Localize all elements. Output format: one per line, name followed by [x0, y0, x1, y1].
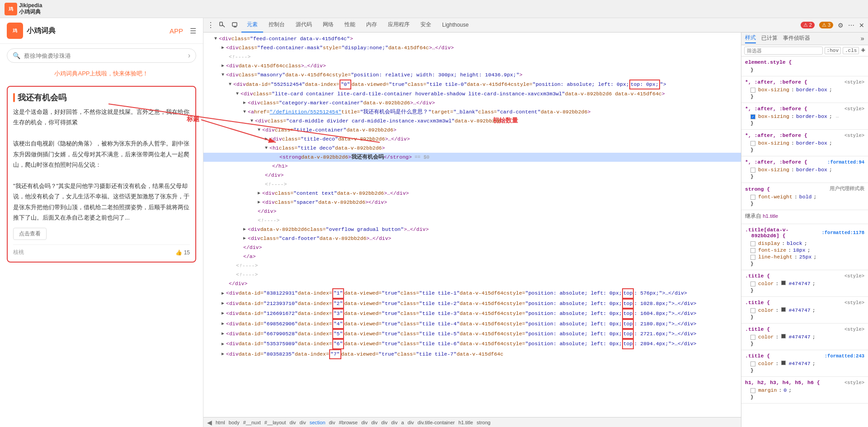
breadcrumb-title-container[interactable]: div.title-container — [416, 420, 457, 425]
prop-checkbox[interactable] — [750, 241, 755, 246]
tab-security[interactable]: 安全 — [415, 18, 437, 33]
collapse-arrow[interactable]: ▼ — [250, 117, 253, 125]
expand-arrow[interactable]: ▶ — [243, 99, 246, 107]
prop-checkbox[interactable] — [750, 248, 755, 253]
expand-arrow[interactable]: ▶ — [222, 341, 224, 348]
html-line-selected[interactable]: <strong data-v-892bb2d6 > 我还有机会吗 </stron… — [203, 153, 741, 162]
collapse-arrow[interactable]: ▼ — [214, 35, 217, 42]
breadcrumb-body[interactable]: body — [227, 420, 241, 425]
breadcrumb-nuxt[interactable]: #__nuxt — [241, 420, 263, 425]
prop-checkbox[interactable] — [750, 141, 755, 146]
expand-arrow[interactable]: ▶ — [243, 226, 246, 233]
html-line[interactable]: ▼ <a href="/definition/552512454" title=… — [203, 108, 741, 117]
tab-network[interactable]: 网络 — [317, 18, 339, 33]
tab-application[interactable]: 应用程序 — [382, 18, 415, 33]
tab-cursor[interactable] — [216, 18, 229, 33]
search-submit-button[interactable]: › — [188, 52, 190, 60]
breadcrumb-div7[interactable]: div — [389, 420, 399, 425]
html-line[interactable]: ▶ <div data-id="698562906" data-index="4… — [203, 319, 741, 329]
tab-lighthouse[interactable]: Lighthouse — [437, 18, 474, 33]
collapse-arrow[interactable]: ▼ — [222, 71, 224, 79]
breadcrumb-strong[interactable]: strong — [475, 420, 492, 425]
expand-arrow[interactable]: ▶ — [222, 330, 224, 338]
breadcrumb-a[interactable]: a — [399, 420, 406, 425]
prop-checkbox[interactable] — [750, 361, 755, 366]
prop-checkbox[interactable] — [750, 168, 755, 173]
styles-filter-input[interactable] — [744, 47, 823, 55]
expand-arrow[interactable]: ▶ — [258, 199, 260, 206]
prop-checkbox[interactable] — [750, 88, 755, 93]
prop-checkbox[interactable] — [750, 195, 755, 200]
breadcrumb-html[interactable]: html — [214, 420, 227, 425]
settings-button[interactable]: ⚙ — [838, 22, 844, 29]
html-line[interactable]: <!----> — [203, 261, 741, 270]
breadcrumb-h1[interactable]: h1.title — [457, 420, 475, 425]
prop-checkbox[interactable] — [750, 255, 755, 260]
html-line[interactable]: </div> — [203, 171, 741, 180]
html-line[interactable]: ▶ <div data-id="80358235" data-index="7"… — [203, 349, 741, 359]
expand-arrow[interactable]: ▶ — [222, 320, 224, 328]
styles-source[interactable]: <style> — [844, 106, 864, 112]
styles-tab-computed[interactable]: 已计算 — [761, 34, 778, 43]
html-line[interactable]: </div> — [203, 207, 741, 216]
breadcrumb-div3[interactable]: div — [327, 420, 337, 425]
breadcrumb-div1[interactable]: div — [288, 420, 298, 425]
html-line[interactable]: ▶ <div class="content text" data-v-892bb… — [203, 189, 741, 198]
html-line[interactable]: ▼ <div class="title-container" data-v-89… — [203, 126, 741, 135]
nav-menu-icon[interactable]: ☰ — [190, 27, 196, 35]
expand-arrow[interactable]: ▶ — [222, 351, 224, 358]
filter-cls[interactable]: .cls — [843, 47, 859, 54]
breadcrumb-div5[interactable]: div — [369, 420, 379, 425]
html-scroll[interactable]: ▼ <div class="feed-container data-v-415d… — [203, 33, 741, 417]
html-line[interactable]: ▶ <div data-id="535375989" data-index="6… — [203, 339, 741, 349]
styles-tab-listeners[interactable]: 事件侦听器 — [783, 34, 810, 43]
html-line[interactable]: ▼ <h1 class="title deco" data-v-892bb2d6… — [203, 144, 741, 153]
more-button[interactable]: ⋯ — [848, 22, 854, 29]
styles-source[interactable]: <style> — [844, 273, 864, 279]
expand-arrow[interactable]: ▶ — [258, 190, 260, 197]
styles-source-blue[interactable]: :formatted:94 — [827, 160, 864, 165]
tab-sources[interactable]: 源代码 — [290, 18, 317, 33]
prop-checkbox-checked[interactable] — [750, 114, 755, 119]
html-line[interactable]: ▶ <div data-id="838122931" data-index="1… — [203, 288, 741, 298]
html-line[interactable]: ▶ <div data-id="126691672" data-index="3… — [203, 309, 741, 319]
expand-arrow[interactable]: ▶ — [222, 290, 224, 297]
expand-arrow[interactable]: ▶ — [265, 136, 268, 143]
html-line[interactable]: ▶ <div class="category-marker-container"… — [203, 99, 741, 108]
collapse-arrow[interactable]: ▼ — [258, 127, 260, 134]
prop-checkbox[interactable] — [750, 335, 755, 340]
html-line[interactable]: </h1> — [203, 162, 741, 171]
html-line[interactable]: ▶ <div data-v-892bb2d6 class="overflow g… — [203, 225, 741, 234]
prop-checkbox[interactable] — [750, 282, 755, 286]
tab-console[interactable]: 控制台 — [263, 18, 290, 33]
html-line[interactable]: <!----> — [203, 270, 741, 279]
html-line[interactable]: ▶ <div class="card-footer" data-v-892bb2… — [203, 234, 741, 243]
close-devtools-button[interactable]: ✕ — [859, 22, 864, 29]
breadcrumb-div4[interactable]: div — [359, 420, 369, 425]
tab-memory[interactable]: 内存 — [361, 18, 382, 33]
collapse-arrow[interactable]: ▼ — [265, 145, 268, 152]
html-line[interactable]: ▶ <div data-v-415df64c class >…</div> — [203, 61, 741, 70]
styles-source-formatted[interactable]: :formatted:1178 — [821, 230, 864, 235]
html-line[interactable]: <!----> — [203, 52, 741, 61]
collapse-arrow[interactable]: ▼ — [229, 81, 231, 88]
breadcrumb-div2[interactable]: div — [298, 420, 308, 425]
html-line[interactable]: ▶ <div class="title-deco" data-v-892bb2d… — [203, 135, 741, 144]
styles-source[interactable]: <style> — [844, 133, 864, 138]
html-line[interactable]: ▶ <div class="feed-container-mask" style… — [203, 43, 741, 52]
styles-scroll[interactable]: element.style { } *, :after, :before { <… — [741, 56, 868, 427]
search-input[interactable] — [24, 52, 184, 59]
styles-more[interactable]: » — [861, 35, 864, 42]
styles-source[interactable]: <style> — [844, 80, 864, 85]
html-line[interactable]: ▼ <div class="masonry" data-v-415df64c s… — [203, 70, 741, 80]
html-line[interactable]: ▼ <div data-id="552512454" data-index="0… — [203, 80, 741, 89]
html-line[interactable]: </div> — [203, 279, 741, 288]
prop-checkbox[interactable] — [750, 388, 755, 393]
html-line[interactable]: ▶ <div data-id="212393710" data-index="2… — [203, 299, 741, 309]
prop-checkbox[interactable] — [750, 308, 755, 313]
breadcrumb-div8[interactable]: div — [406, 420, 416, 425]
collapse-arrow[interactable]: ▼ — [236, 90, 239, 98]
html-line[interactable]: ▶ <div data-id="667990528" data-index="5… — [203, 329, 741, 339]
html-line[interactable]: ▼ <div class="lite-card container lite-c… — [203, 89, 741, 99]
nav-app-link[interactable]: APP — [170, 27, 183, 35]
